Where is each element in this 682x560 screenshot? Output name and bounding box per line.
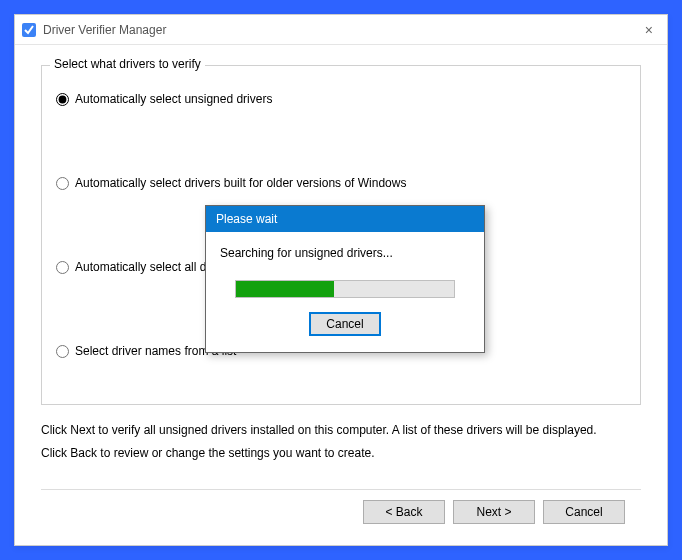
button-bar: < Back Next > Cancel: [41, 500, 641, 524]
radio-option-unsigned[interactable]: Automatically select unsigned drivers: [56, 92, 626, 106]
dialog-title: Please wait: [206, 206, 484, 232]
hint-text: Click Next to verify all unsigned driver…: [41, 419, 641, 465]
hint-line-1: Click Next to verify all unsigned driver…: [41, 419, 641, 442]
dialog-message: Searching for unsigned drivers...: [220, 246, 470, 260]
radio-older-windows[interactable]: [56, 177, 69, 190]
radio-option-older-windows[interactable]: Automatically select drivers built for o…: [56, 176, 626, 190]
close-icon[interactable]: ×: [641, 22, 657, 38]
radio-unsigned-label[interactable]: Automatically select unsigned drivers: [75, 92, 272, 106]
progress-bar: [235, 280, 455, 298]
titlebar: Driver Verifier Manager ×: [15, 15, 667, 45]
app-icon: [21, 22, 37, 38]
window-title: Driver Verifier Manager: [43, 23, 641, 37]
progress-fill: [236, 281, 334, 297]
radio-older-windows-label[interactable]: Automatically select drivers built for o…: [75, 176, 406, 190]
back-button[interactable]: < Back: [363, 500, 445, 524]
next-button[interactable]: Next >: [453, 500, 535, 524]
divider: [41, 489, 641, 490]
radio-unsigned[interactable]: [56, 93, 69, 106]
radio-from-list[interactable]: [56, 345, 69, 358]
please-wait-dialog: Please wait Searching for unsigned drive…: [205, 205, 485, 353]
hint-line-2: Click Back to review or change the setti…: [41, 442, 641, 465]
main-window: Driver Verifier Manager × Select what dr…: [14, 14, 668, 546]
radio-all-drivers[interactable]: [56, 261, 69, 274]
dialog-cancel-button[interactable]: Cancel: [309, 312, 381, 336]
group-label: Select what drivers to verify: [50, 57, 205, 71]
cancel-button[interactable]: Cancel: [543, 500, 625, 524]
dialog-body: Searching for unsigned drivers... Cancel: [206, 232, 484, 352]
